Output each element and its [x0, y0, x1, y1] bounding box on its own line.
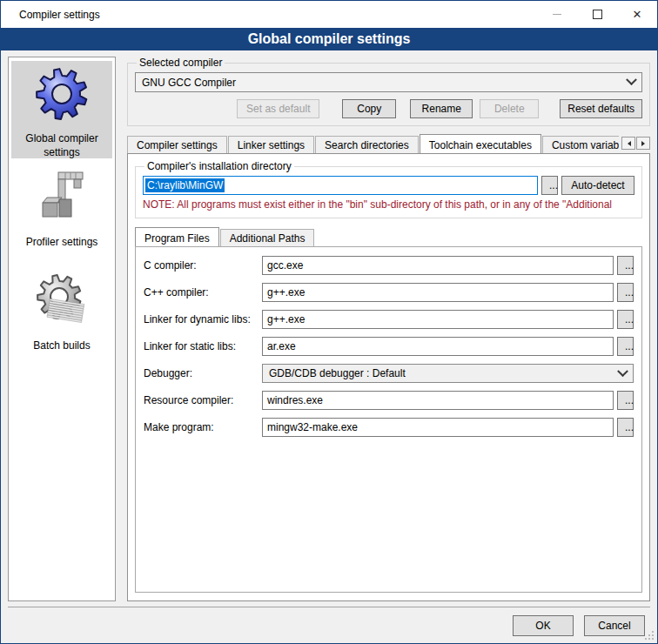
global-compiler-gear-icon — [34, 66, 90, 122]
field-row-make-program: Make program:... — [144, 418, 634, 437]
compiler-dropdown[interactable]: GNU GCC Compiler — [135, 72, 642, 92]
copy-button[interactable]: Copy — [342, 99, 396, 118]
sidebar-item-label: Batch builds — [33, 339, 90, 353]
install-dir-note: NOTE: All programs must exist either in … — [143, 198, 634, 211]
dialog-body: Global compiler settingsProfiler setting… — [1, 50, 657, 601]
close-button[interactable]: ✕ — [617, 1, 657, 28]
linker-for-dynamic-libs-browse-button[interactable]: ... — [617, 310, 634, 329]
field-label: Debugger: — [144, 367, 262, 379]
footer: OK Cancel — [8, 607, 650, 643]
main-tabbar: Compiler settingsLinker settingsSearch d… — [127, 133, 650, 153]
selected-compiler-group: Selected compiler GNU GCC Compiler Set a… — [127, 57, 650, 126]
tab-search-directories[interactable]: Search directories — [315, 136, 419, 153]
delete-button[interactable]: Delete — [480, 99, 539, 118]
sub-tabs: Program FilesAdditional Paths — [135, 226, 642, 246]
resource-compiler-input[interactable] — [262, 391, 614, 410]
make-program-input[interactable] — [262, 418, 614, 437]
install-dir-row: C:\raylib\MinGW ... Auto-detect — [143, 176, 634, 195]
compiler-settings-dialog: Compiler settings ✕ Global compiler sett… — [0, 0, 658, 644]
tab-linker-settings[interactable]: Linker settings — [228, 136, 314, 153]
field-row-c-compiler: C++ compiler:... — [144, 283, 634, 302]
cancel-button[interactable]: Cancel — [584, 615, 645, 636]
minimize-icon — [553, 14, 561, 15]
field-label: C compiler: — [144, 259, 262, 272]
profiler-caliper-icon — [34, 170, 90, 225]
auto-detect-button[interactable]: Auto-detect — [561, 176, 634, 195]
dropdown-value: GDB/CDB debugger : Default — [269, 367, 406, 379]
c-compiler-input[interactable] — [262, 283, 614, 302]
ok-button[interactable]: OK — [513, 615, 574, 636]
chevron-down-icon — [626, 74, 637, 85]
field-row-linker-for-dynamic-libs: Linker for dynamic libs:... — [144, 310, 634, 329]
program-files-panel: C compiler:...C++ compiler:...Linker for… — [135, 246, 642, 593]
field-label: Linker for static libs: — [144, 340, 262, 352]
main-panel: Selected compiler GNU GCC Compiler Set a… — [127, 57, 650, 601]
c-compiler-browse-button[interactable]: ... — [617, 283, 634, 302]
linker-for-static-libs-browse-button[interactable]: ... — [617, 337, 634, 356]
debugger-dropdown[interactable]: GDB/CDB debugger : Default — [262, 364, 634, 383]
arrow-right-icon — [641, 141, 648, 146]
field-row-resource-compiler: Resource compiler:... — [144, 391, 634, 410]
subtab-program-files[interactable]: Program Files — [135, 227, 219, 246]
sidebar-item-batch-builds[interactable]: Batch builds — [11, 268, 112, 366]
make-program-browse-button[interactable]: ... — [617, 418, 634, 437]
maximize-button[interactable] — [577, 1, 617, 28]
tab-scroll-arrows — [619, 137, 650, 150]
maximize-icon — [593, 10, 602, 19]
sidebar-item-profiler-settings[interactable]: Profiler settings — [11, 164, 112, 262]
install-dir-selected-text: C:\raylib\MinGW — [145, 178, 225, 192]
tab-custom-variables[interactable]: Custom variables — [542, 136, 619, 153]
sidebar-item-global-compiler-settings[interactable]: Global compiler settings — [11, 61, 112, 158]
linker-for-dynamic-libs-input[interactable] — [262, 310, 614, 329]
install-dir-group-label: Compiler's installation directory — [144, 160, 294, 172]
install-dir-browse-button[interactable]: ... — [541, 176, 558, 195]
toolchain-executables-panel: Compiler's installation directory C:\ray… — [127, 153, 650, 601]
minimize-button[interactable] — [537, 1, 577, 28]
field-row-debugger: Debugger:GDB/CDB debugger : Default — [144, 364, 634, 383]
close-icon: ✕ — [633, 9, 642, 20]
tab-scroll-left-button[interactable] — [621, 137, 635, 150]
sidebar-item-label: Profiler settings — [26, 236, 98, 250]
rename-button[interactable]: Rename — [410, 99, 473, 118]
window-controls: ✕ — [537, 1, 657, 28]
batch-builds-gear-icon — [34, 273, 90, 329]
page-title: Global compiler settings — [1, 28, 657, 50]
field-row-linker-for-static-libs: Linker for static libs:... — [144, 337, 634, 356]
toolchain-fields: C compiler:...C++ compiler:...Linker for… — [144, 256, 634, 437]
field-label: Make program: — [144, 421, 262, 433]
sub-tabbar: Program FilesAdditional Paths — [135, 226, 642, 246]
field-label: Linker for dynamic libs: — [144, 313, 262, 325]
chevron-down-icon — [617, 366, 628, 377]
resize-grip-icon[interactable] — [652, 638, 654, 640]
sidebar[interactable]: Global compiler settingsProfiler setting… — [8, 57, 116, 601]
field-label: Resource compiler: — [144, 394, 262, 406]
tab-compiler-settings[interactable]: Compiler settings — [127, 136, 227, 153]
field-label: C++ compiler: — [144, 286, 262, 299]
set-as-default-button[interactable]: Set as default — [237, 99, 319, 118]
resource-compiler-browse-button[interactable]: ... — [617, 391, 634, 410]
sidebar-item-label: Global compiler settings — [11, 132, 112, 159]
compiler-dropdown-value: GNU GCC Compiler — [142, 77, 628, 89]
install-dir-group: Compiler's installation directory C:\ray… — [135, 160, 642, 218]
tab-scroll-right-button[interactable] — [636, 137, 650, 150]
selected-compiler-group-label: Selected compiler — [137, 57, 225, 69]
install-dir-input[interactable]: C:\raylib\MinGW — [143, 176, 538, 195]
window-title: Compiler settings — [1, 9, 100, 21]
compiler-buttons-row: Set as defaultCopyRenameDeleteReset defa… — [135, 99, 642, 118]
main-tabs: Compiler settingsLinker settingsSearch d… — [127, 133, 619, 153]
titlebar[interactable]: Compiler settings ✕ — [1, 1, 657, 28]
linker-for-static-libs-input[interactable] — [262, 337, 614, 356]
arrow-left-icon — [625, 141, 631, 146]
field-row-c-compiler: C compiler:... — [144, 256, 634, 275]
c-compiler-input[interactable] — [262, 256, 614, 275]
subtab-additional-paths[interactable]: Additional Paths — [220, 229, 315, 246]
reset-defaults-button[interactable]: Reset defaults — [560, 99, 642, 118]
tab-toolchain-executables[interactable]: Toolchain executables — [420, 134, 541, 153]
c-compiler-browse-button[interactable]: ... — [617, 256, 634, 275]
